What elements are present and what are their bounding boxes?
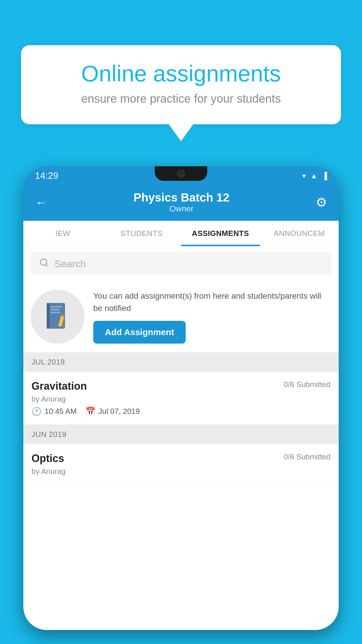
- settings-icon[interactable]: ⚙: [316, 195, 327, 210]
- app-header: ← Physics Batch 12 Owner ⚙: [23, 185, 339, 221]
- status-time: 14:29: [35, 170, 58, 181]
- speech-bubble: Online assignments ensure more practice …: [21, 45, 341, 124]
- phone-mockup: 14:29 ▾ ▲ ▐ ← Physics Batch 12 Owner ⚙: [23, 166, 339, 630]
- assignment-optics-top: Optics 0/6 Submitted: [31, 452, 331, 465]
- wifi-icon: ▾: [302, 172, 306, 180]
- tab-iew-label: IEW: [55, 229, 70, 238]
- svg-rect-5: [50, 309, 59, 310]
- clock-icon: 🕐: [31, 407, 42, 416]
- tab-assignments[interactable]: ASSIGNMENTS: [181, 221, 260, 246]
- tabs-container: IEW STUDENTS ASSIGNMENTS ANNOUNCEM: [23, 221, 339, 246]
- speech-bubble-arrow: [169, 124, 193, 141]
- screen-content: Search: [23, 246, 339, 487]
- search-icon: [39, 258, 49, 270]
- assignment-submitted-gravitation: 0/6 Submitted: [284, 380, 331, 389]
- calendar-icon: 📅: [85, 407, 96, 416]
- section-jul-label: JUL 2019: [31, 358, 65, 366]
- svg-rect-3: [47, 303, 49, 328]
- phone-screen: 14:29 ▾ ▲ ▐ ← Physics Batch 12 Owner ⚙: [23, 166, 339, 630]
- speech-bubble-container: Online assignments ensure more practice …: [21, 45, 341, 141]
- info-description: You can add assignment(s) from here and …: [93, 290, 331, 314]
- assignment-by-optics: by Anurag: [31, 467, 331, 476]
- assignment-date-value: Jul 07, 2019: [99, 407, 140, 416]
- tab-iew[interactable]: IEW: [23, 221, 102, 246]
- assignment-item-gravitation[interactable]: Gravitation 0/6 Submitted by Anurag 🕐 10…: [23, 372, 339, 425]
- info-section: You can add assignment(s) from here and …: [23, 281, 339, 352]
- phone-container: 14:29 ▾ ▲ ▐ ← Physics Batch 12 Owner ⚙: [23, 166, 339, 644]
- batch-title: Physics Batch 12: [47, 191, 316, 204]
- tab-students-label: STUDENTS: [121, 229, 163, 238]
- phone-camera: [177, 170, 185, 178]
- section-jun-label: JUN 2019: [31, 430, 66, 439]
- svg-line-1: [46, 264, 48, 266]
- assignment-submitted-optics: 0/6 Submitted: [284, 452, 331, 461]
- speech-bubble-title: Online assignments: [41, 61, 321, 86]
- assignment-top: Gravitation 0/6 Submitted: [31, 380, 331, 392]
- assignment-meta-gravitation: 🕐 10:45 AM 📅 Jul 07, 2019: [31, 407, 331, 416]
- info-text-container: You can add assignment(s) from here and …: [93, 290, 331, 344]
- assignment-time-value: 10:45 AM: [45, 407, 77, 416]
- notebook-icon: [31, 290, 85, 344]
- assignment-item-optics[interactable]: Optics 0/6 Submitted by Anurag: [23, 444, 339, 487]
- header-title-container: Physics Batch 12 Owner: [47, 191, 316, 214]
- assignment-date: 📅 Jul 07, 2019: [85, 407, 140, 416]
- tab-announcements[interactable]: ANNOUNCEM: [260, 221, 339, 246]
- status-icons: ▾ ▲ ▐: [302, 172, 327, 180]
- speech-bubble-subtitle: ensure more practice for your students: [41, 92, 321, 105]
- back-button[interactable]: ←: [35, 195, 47, 209]
- add-assignment-button[interactable]: Add Assignment: [93, 321, 186, 344]
- section-jul-2019: JUL 2019: [23, 352, 339, 372]
- assignment-time: 🕐 10:45 AM: [31, 407, 77, 416]
- assignment-name-optics: Optics: [31, 452, 64, 465]
- assignment-by-gravitation: by Anurag: [31, 395, 331, 404]
- signal-icon: ▲: [310, 172, 317, 180]
- svg-rect-4: [50, 306, 62, 307]
- section-jun-2019: JUN 2019: [23, 425, 339, 444]
- assignment-name-gravitation: Gravitation: [31, 380, 87, 392]
- tab-students[interactable]: STUDENTS: [102, 221, 181, 246]
- svg-rect-6: [50, 312, 60, 313]
- phone-notch: [155, 166, 207, 181]
- search-bar: Search: [23, 246, 339, 281]
- search-input-wrapper[interactable]: Search: [31, 252, 331, 275]
- batch-owner-label: Owner: [47, 204, 316, 214]
- search-placeholder: Search: [55, 258, 86, 270]
- tab-announcements-label: ANNOUNCEM: [274, 229, 325, 238]
- battery-icon: ▐: [322, 172, 327, 180]
- tab-assignments-label: ASSIGNMENTS: [192, 229, 249, 238]
